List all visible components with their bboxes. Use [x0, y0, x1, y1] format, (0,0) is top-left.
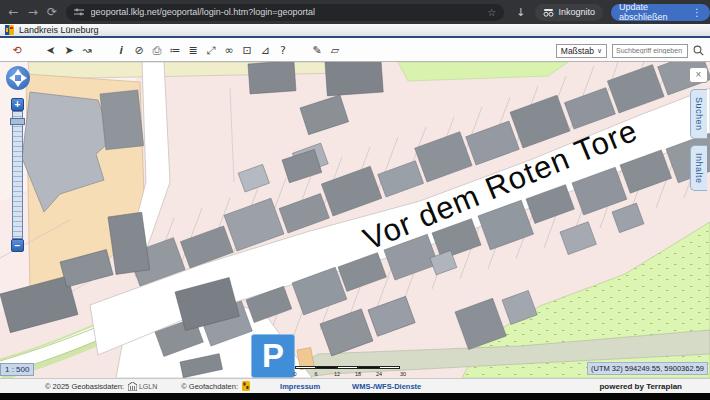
geofach-crest-icon: [242, 381, 250, 391]
zoom-next-icon[interactable]: ➤: [60, 44, 78, 57]
legend-icon[interactable]: ≔: [166, 44, 184, 57]
scalebar-label: 6: [314, 371, 317, 377]
geobasis-copyright: © 2025 Geobasisdaten:: [45, 382, 124, 391]
wms-wfs-link[interactable]: WMS-/WFS-Dienste: [352, 382, 421, 391]
scale-indicator: 1 : 500: [0, 363, 34, 376]
coordinates-readout: (UTM 32) 594249.55, 5900362.59: [587, 362, 708, 375]
zoom-out-button[interactable]: −: [11, 239, 24, 252]
address-bar[interactable]: geoportal.lklg.net/geoportal/login-ol.ht…: [66, 4, 505, 21]
search-icon[interactable]: [693, 45, 704, 56]
incognito-icon: [543, 8, 554, 17]
pan-compass[interactable]: [6, 66, 30, 90]
browser-back-icon[interactable]: ←: [4, 5, 23, 19]
pan-right-icon[interactable]: [21, 74, 27, 82]
browser-forward-icon[interactable]: →: [23, 5, 42, 19]
draw-icon[interactable]: ✎: [308, 44, 326, 57]
powered-by-label: powered by Terraplan: [599, 382, 682, 391]
download-icon[interactable]: ↓: [516, 6, 525, 19]
deactivate-icon[interactable]: ⊘: [130, 44, 148, 57]
parking-icon: P: [251, 334, 295, 378]
link-icon[interactable]: ∞: [220, 44, 238, 57]
browser-menu-icon[interactable]: ⋮: [692, 7, 702, 18]
zoom-slider-handle[interactable]: [10, 118, 25, 125]
info-icon[interactable]: 𝒊: [112, 44, 130, 57]
chevron-down-icon: ∨: [597, 47, 602, 55]
scalebar-label: 12: [334, 371, 340, 377]
footer: © 2025 Geobasisdaten: LGLN © Geofachdate…: [0, 378, 710, 393]
window-bottom-edge: [0, 393, 710, 400]
update-label: Update abschließen: [619, 2, 687, 22]
browser-window: ← → ⟳ geoportal.lklg.net/geoportal/login…: [0, 0, 710, 400]
pan-left-icon[interactable]: [9, 74, 15, 82]
tab-inhalte[interactable]: Inhalte: [690, 145, 707, 192]
lgln-logo-icon: [128, 382, 137, 391]
impressum-link[interactable]: Impressum: [280, 382, 320, 391]
browser-toolbar: ← → ⟳ geoportal.lklg.net/geoportal/login…: [0, 0, 710, 24]
help-icon[interactable]: ?: [274, 44, 292, 57]
scale-select-label: Maßstab: [561, 46, 594, 56]
scalebar-label: 24: [376, 371, 382, 377]
page-titlebar: Landkreis Lüneburg: [0, 24, 710, 38]
incognito-label: Inkognito: [558, 7, 595, 17]
browser-reload-icon[interactable]: ⟳: [42, 5, 61, 19]
close-icon[interactable]: ×: [689, 67, 708, 83]
pan-history-icon[interactable]: ↝: [78, 44, 96, 57]
search-input[interactable]: [612, 44, 688, 58]
map-canvas: [0, 62, 710, 378]
zoom-in-button[interactable]: +: [11, 98, 24, 111]
scalebar-label: 0: [293, 371, 296, 377]
url-text: geoportal.lklg.net/geoportal/login-ol.ht…: [91, 7, 482, 17]
fullscreen-icon[interactable]: ⤢: [202, 44, 220, 57]
bookmark-star-icon[interactable]: ☆: [487, 7, 496, 18]
measure-icon[interactable]: ⊿: [256, 44, 274, 57]
print-icon[interactable]: ⎙: [148, 44, 166, 57]
update-button[interactable]: Update abschließen ⋮: [611, 4, 710, 21]
scalebar: 0 6 12 18 24 30 m: [295, 366, 405, 378]
tab-suchen[interactable]: Suchen: [690, 89, 707, 139]
zoom-slider[interactable]: [12, 111, 23, 239]
lgln-label: LGLN: [139, 383, 157, 390]
redline-tool-icon[interactable]: ⟲: [8, 44, 26, 57]
page-title: Landkreis Lüneburg: [19, 25, 99, 35]
erase-icon[interactable]: ▱: [326, 44, 344, 57]
landkreis-crest-icon: [5, 25, 14, 35]
scale-select[interactable]: Maßstab ∨: [556, 44, 607, 58]
pan-zoom-control[interactable]: + −: [6, 66, 32, 252]
scalebar-unit-label: 30 m: [400, 371, 406, 378]
scalebar-label: 18: [355, 371, 361, 377]
map-toolbar: ⟲ ➤ ➤ ↝ 𝒊 ⊘ ⎙ ≔ ≣ ⤢ ∞ ⊡ ⊿ ? ✎ ▱ Maßstab …: [0, 40, 710, 62]
tune-icon: [74, 7, 84, 17]
layer-list-icon[interactable]: ≣: [184, 44, 202, 57]
incognito-badge: Inkognito: [535, 4, 603, 21]
screen-icon[interactable]: ⊡: [238, 44, 256, 57]
map-viewport[interactable]: Vor dem Roten Tore P + − × Suchen Inhalt…: [0, 62, 710, 378]
zoom-previous-icon[interactable]: ➤: [42, 44, 60, 57]
geofach-copyright: © Geofachdaten:: [181, 382, 238, 391]
side-panel-tabs: × Suchen Inhalte: [686, 67, 710, 191]
